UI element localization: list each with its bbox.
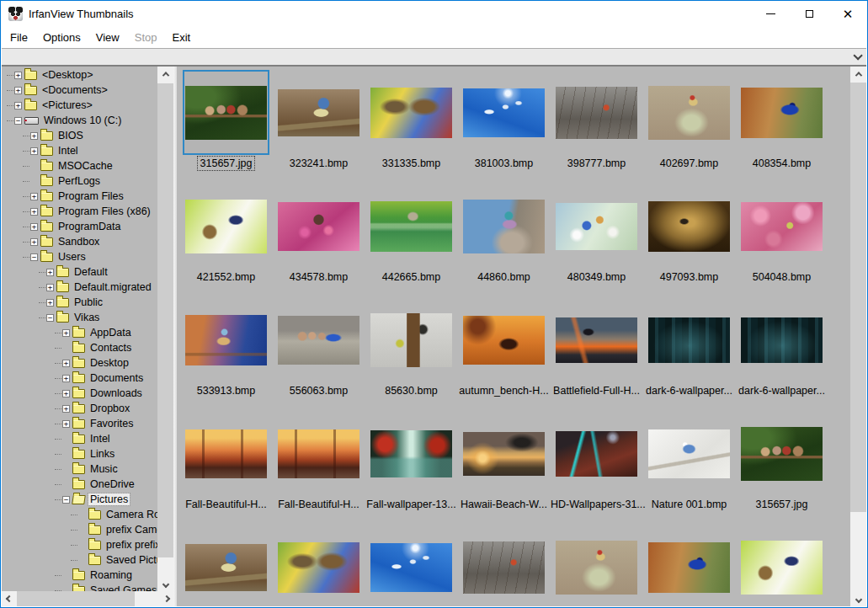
thumbnail-image[interactable] bbox=[463, 316, 545, 365]
thumbnail-cell[interactable] bbox=[738, 297, 825, 382]
scroll-left-button[interactable] bbox=[2, 591, 16, 606]
thumbnail-image[interactable] bbox=[463, 541, 545, 594]
thumbnail-cell[interactable] bbox=[461, 525, 547, 606]
tree-item-msocache[interactable]: MSOCache bbox=[2, 158, 157, 173]
thumbnail-image[interactable] bbox=[648, 542, 730, 593]
thumbnail-cell[interactable] bbox=[275, 297, 362, 382]
thumbnail-image[interactable] bbox=[463, 88, 545, 137]
thumbnail-image[interactable] bbox=[556, 541, 637, 595]
tree-item-dropbox[interactable]: +Dropbox bbox=[2, 401, 157, 416]
thumbnail-image[interactable] bbox=[278, 429, 359, 478]
thumbnail-image[interactable] bbox=[370, 430, 452, 477]
thumbnail-cell[interactable] bbox=[738, 70, 825, 155]
menu-file[interactable]: File bbox=[3, 29, 35, 46]
tree-item-desktop[interactable]: +Desktop bbox=[2, 355, 157, 371]
thumbnail-image[interactable] bbox=[278, 89, 359, 136]
thumbnail-image[interactable] bbox=[741, 541, 823, 595]
thumbnail-cell[interactable] bbox=[461, 184, 547, 269]
thumbnail-cell[interactable] bbox=[368, 525, 455, 606]
tree-item-perflogs[interactable]: PerfLogs bbox=[2, 173, 157, 189]
thumbnail-cell[interactable] bbox=[646, 70, 732, 155]
tree-hscroll-thumb[interactable] bbox=[17, 591, 135, 606]
thumbnail-cell[interactable] bbox=[461, 70, 547, 155]
expand-icon[interactable]: + bbox=[30, 147, 38, 155]
thumbnail-image[interactable] bbox=[463, 200, 545, 253]
thumbnail-cell[interactable] bbox=[368, 411, 455, 496]
thumbnail-image[interactable] bbox=[648, 317, 730, 363]
menu-view[interactable]: View bbox=[88, 29, 127, 46]
thumbnail-cell[interactable] bbox=[646, 297, 732, 382]
thumbnail-image[interactable] bbox=[556, 203, 637, 250]
thumbnail-cell[interactable] bbox=[183, 70, 269, 155]
close-button[interactable]: ✕ bbox=[828, 1, 867, 27]
thumbnail-cell[interactable] bbox=[738, 411, 825, 496]
tree-item-prefix-prefix-s[interactable]: prefix prefix S bbox=[2, 537, 157, 552]
thumbnail-image[interactable] bbox=[556, 87, 637, 139]
thumbnail-image[interactable] bbox=[556, 431, 637, 477]
tree-item-program-files[interactable]: +Program Files bbox=[2, 189, 157, 204]
thumbnail-cell[interactable] bbox=[183, 184, 269, 269]
thumbnail-cell[interactable] bbox=[553, 411, 640, 496]
thumbnail-cell[interactable] bbox=[646, 184, 732, 269]
tree-item-links[interactable]: Links bbox=[2, 446, 157, 461]
thumbnail-image[interactable] bbox=[370, 88, 452, 138]
thumbnail-image[interactable] bbox=[278, 542, 359, 593]
expand-icon[interactable]: + bbox=[62, 360, 70, 367]
tree-item-users[interactable]: −Users bbox=[2, 249, 157, 264]
tree-item-vikas[interactable]: −Vikas bbox=[2, 310, 157, 325]
scroll-down-button[interactable] bbox=[157, 577, 173, 591]
expand-icon[interactable]: + bbox=[14, 102, 22, 109]
expand-icon[interactable]: + bbox=[30, 208, 38, 216]
thumbnail-cell[interactable] bbox=[738, 525, 825, 606]
expand-icon[interactable]: + bbox=[62, 375, 70, 382]
tree-item-default[interactable]: +Default bbox=[2, 264, 157, 280]
tree-item-windows-10-c[interactable]: −Windows 10 (C:) bbox=[2, 113, 157, 128]
thumbnail-image[interactable] bbox=[741, 88, 823, 138]
expand-icon[interactable]: + bbox=[14, 87, 22, 94]
tree-item-public[interactable]: +Public bbox=[2, 295, 157, 310]
expand-icon[interactable]: + bbox=[46, 299, 54, 307]
thumbnail-cell[interactable] bbox=[646, 525, 732, 606]
thumbnail-cell[interactable] bbox=[183, 411, 269, 496]
thumbnail-image[interactable] bbox=[185, 200, 267, 253]
thumbnail-image[interactable] bbox=[648, 201, 730, 252]
thumbnail-cell[interactable] bbox=[183, 297, 269, 382]
thumbnail-cell[interactable] bbox=[368, 297, 455, 382]
thumbnail-image[interactable] bbox=[185, 544, 267, 591]
minimize-button[interactable] bbox=[751, 1, 790, 27]
menu-options[interactable]: Options bbox=[35, 29, 88, 46]
tree-item-music[interactable]: Music bbox=[2, 461, 157, 477]
tree-item-default-migrated[interactable]: +Default.migrated bbox=[2, 280, 157, 295]
tree-item-saved-picture[interactable]: Saved Picture bbox=[2, 552, 157, 568]
tree-item-program-files-x86[interactable]: +Program Files (x86) bbox=[2, 204, 157, 219]
thumbnail-cell[interactable] bbox=[183, 525, 269, 606]
tree-item-favorites[interactable]: +Favorites bbox=[2, 416, 157, 431]
thumbnail-image[interactable] bbox=[185, 429, 267, 478]
expand-icon[interactable]: + bbox=[30, 238, 38, 246]
tree-item-bios[interactable]: +BIOS bbox=[2, 128, 157, 143]
collapse-icon[interactable]: − bbox=[14, 117, 22, 125]
tree-item-intel[interactable]: Intel bbox=[2, 431, 157, 446]
tree-item-pictures[interactable]: −Pictures bbox=[2, 492, 157, 507]
thumbnail-image[interactable] bbox=[741, 202, 823, 251]
scroll-right-button[interactable] bbox=[159, 591, 173, 606]
thumbnail-cell[interactable] bbox=[646, 411, 732, 496]
tree-vertical-scrollbar[interactable] bbox=[157, 67, 173, 591]
thumbnail-cell[interactable] bbox=[275, 525, 362, 606]
thumbnail-image[interactable] bbox=[278, 202, 359, 251]
expand-icon[interactable]: + bbox=[30, 223, 38, 231]
maximize-button[interactable] bbox=[790, 1, 828, 27]
thumbnail-cell[interactable] bbox=[553, 297, 640, 382]
tree-item-programdata[interactable]: +ProgramData bbox=[2, 219, 157, 234]
tree-scroll-thumb[interactable] bbox=[157, 83, 173, 557]
thumbnail-image[interactable] bbox=[278, 316, 359, 365]
thumbnail-cell[interactable] bbox=[553, 70, 640, 155]
thumbnail-cell[interactable] bbox=[368, 184, 455, 269]
menu-exit[interactable]: Exit bbox=[164, 29, 198, 46]
expand-icon[interactable]: + bbox=[46, 284, 54, 291]
scroll-up-button[interactable] bbox=[850, 67, 866, 81]
tree-item-camera-roll[interactable]: Camera Roll bbox=[2, 507, 157, 522]
tree-item-roaming[interactable]: Roaming bbox=[2, 568, 157, 583]
thumbnail-image[interactable] bbox=[370, 313, 452, 367]
tree-item-documents[interactable]: +Documents bbox=[2, 371, 157, 386]
